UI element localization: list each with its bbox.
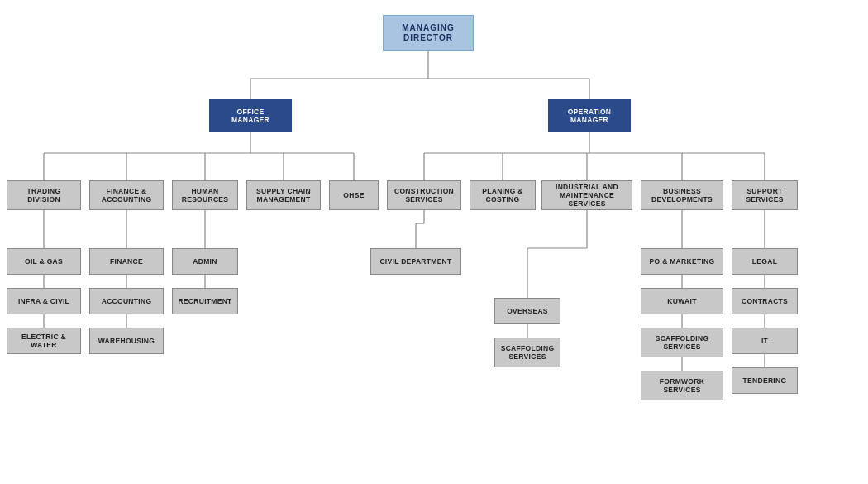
- oil-gas-node: OIL & GAS: [7, 248, 81, 275]
- civil-department-label: CIVIL DEPARTMENT: [379, 257, 451, 266]
- ohse-label: OHSE: [343, 191, 364, 199]
- accounting-label: ACCOUNTING: [102, 297, 152, 305]
- infra-civil-node: INFRA & CIVIL: [7, 288, 81, 314]
- office-manager-label: OFFICE MANAGER: [231, 108, 269, 124]
- po-marketing-label: PO & MARKETING: [650, 257, 715, 266]
- contracts-node: CONTRACTS: [732, 288, 798, 314]
- admin-label: ADMIN: [193, 257, 217, 266]
- accounting-node: ACCOUNTING: [89, 288, 164, 314]
- finance-accounting-node: FINANCE & ACCOUNTING: [89, 180, 164, 210]
- civil-department-node: CIVIL DEPARTMENT: [370, 248, 461, 275]
- scaffolding-overseas-label: SCAFFOLDING SERVICES: [501, 344, 555, 361]
- scaffolding-kuwait-label: SCAFFOLDING SERVICES: [656, 334, 709, 351]
- kuwait-node: KUWAIT: [641, 288, 723, 314]
- human-resources-label: HUMAN RESOURCES: [182, 187, 229, 204]
- it-node: IT: [732, 328, 798, 354]
- kuwait-label: KUWAIT: [667, 297, 696, 305]
- ohse-node: OHSE: [329, 180, 379, 210]
- support-services-node: SUPPORT SERVICES: [732, 180, 798, 210]
- recruitment-label: RECRUITMENT: [178, 297, 231, 305]
- po-marketing-node: PO & MARKETING: [641, 248, 723, 275]
- office-manager-node: OFFICE MANAGER: [209, 99, 292, 132]
- industrial-maintenance-label: INDUSTRIAL AND MAINTENANCE SERVICES: [546, 183, 628, 208]
- planing-costing-label: PLANING & COSTING: [482, 187, 522, 204]
- tendering-label: TENDERING: [743, 376, 787, 385]
- human-resources-node: HUMAN RESOURCES: [172, 180, 238, 210]
- trading-division-label: TRADING DIVISION: [11, 187, 77, 204]
- trading-division-node: TRADING DIVISION: [7, 180, 81, 210]
- industrial-maintenance-node: INDUSTRIAL AND MAINTENANCE SERVICES: [541, 180, 632, 210]
- infra-civil-label: INFRA & CIVIL: [18, 297, 69, 305]
- oil-gas-label: OIL & GAS: [25, 257, 63, 266]
- support-services-label: SUPPORT SERVICES: [746, 187, 783, 204]
- warehousing-label: WAREHOUSING: [98, 337, 155, 345]
- admin-node: ADMIN: [172, 248, 238, 275]
- overseas-node: OVERSEAS: [494, 298, 560, 324]
- it-label: IT: [761, 337, 768, 345]
- overseas-label: OVERSEAS: [507, 307, 548, 315]
- business-developments-node: BUSINESS DEVELOPMENTS: [641, 180, 723, 210]
- managing-director-label: MANAGING DIRECTOR: [402, 23, 455, 43]
- legal-node: LEGAL: [732, 248, 798, 275]
- supply-chain-label: SUPPLY CHAIN MANAGEMENT: [256, 187, 311, 204]
- formwork-services-node: FORMWORK SERVICES: [641, 371, 723, 400]
- legal-label: LEGAL: [752, 257, 777, 266]
- supply-chain-node: SUPPLY CHAIN MANAGEMENT: [246, 180, 321, 210]
- finance-node: FINANCE: [89, 248, 164, 275]
- construction-services-label: CONSTRUCTION SERVICES: [394, 187, 454, 204]
- electric-water-node: ELECTRIC & WATER: [7, 328, 81, 354]
- recruitment-node: RECRUITMENT: [172, 288, 238, 314]
- connector-lines: [0, 0, 868, 484]
- finance-accounting-label: FINANCE & ACCOUNTING: [102, 187, 152, 204]
- contracts-label: CONTRACTS: [742, 297, 788, 305]
- business-developments-label: BUSINESS DEVELOPMENTS: [651, 187, 713, 204]
- finance-label: FINANCE: [110, 257, 143, 266]
- operation-manager-node: OPERATION MANAGER: [548, 99, 631, 132]
- org-chart: MANAGING DIRECTOR OFFICE MANAGER OPERATI…: [0, 0, 868, 484]
- managing-director-node: MANAGING DIRECTOR: [383, 15, 474, 51]
- warehousing-node: WAREHOUSING: [89, 328, 164, 354]
- formwork-services-label: FORMWORK SERVICES: [660, 377, 704, 394]
- electric-water-label: ELECTRIC & WATER: [11, 333, 77, 349]
- operation-manager-label: OPERATION MANAGER: [568, 108, 612, 124]
- scaffolding-kuwait-node: SCAFFOLDING SERVICES: [641, 328, 723, 357]
- scaffolding-overseas-node: SCAFFOLDING SERVICES: [494, 338, 560, 367]
- construction-services-node: CONSTRUCTION SERVICES: [387, 180, 461, 210]
- planing-costing-node: PLANING & COSTING: [470, 180, 536, 210]
- tendering-node: TENDERING: [732, 367, 798, 394]
